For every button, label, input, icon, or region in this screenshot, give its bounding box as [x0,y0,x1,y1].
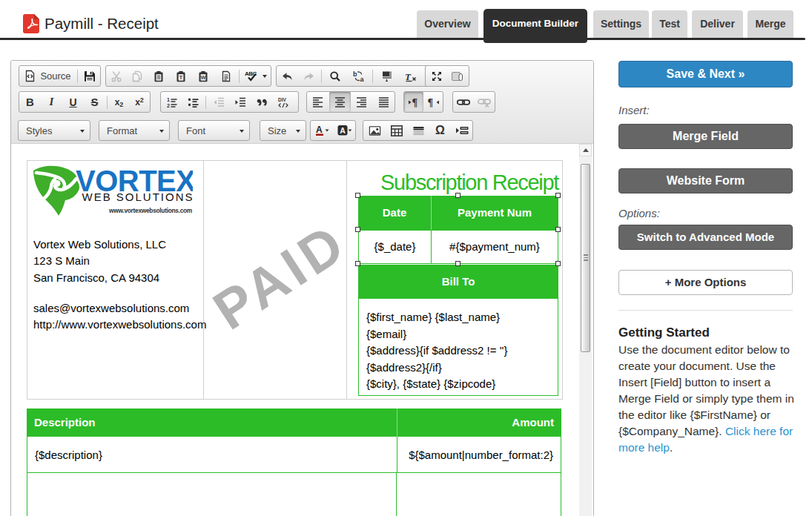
svg-text:T: T [179,74,183,81]
svg-text:2: 2 [167,103,170,108]
svg-text:A: A [340,126,346,135]
svg-text:W: W [201,74,206,79]
svg-text:DIV: DIV [278,97,287,102]
svg-text:www.vortexwebsolutions.com: www.vortexwebsolutions.com [108,207,192,214]
svg-text:WEB SOLUTIONS: WEB SOLUTIONS [82,191,194,203]
svg-text:a: a [360,76,365,82]
svg-text:T: T [405,70,412,82]
svg-text:¶: ¶ [427,97,433,108]
svg-text:1: 1 [167,97,170,102]
svg-text:A: A [316,125,323,135]
svg-text:b: b [353,70,357,78]
svg-text:¶: ¶ [412,97,417,108]
